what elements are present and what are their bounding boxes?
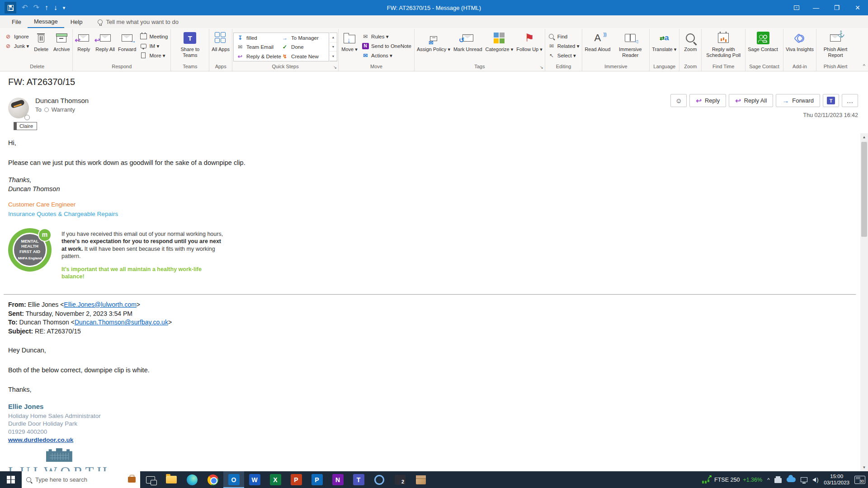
more-actions-button[interactable]: …: [842, 94, 858, 107]
network-icon[interactable]: [801, 477, 807, 482]
reply-action-button[interactable]: ↩Reply: [689, 94, 726, 107]
notification-center-button[interactable]: 30: [854, 476, 865, 484]
reactions-button[interactable]: ☺: [670, 94, 687, 107]
related-button[interactable]: ✉Related ▾: [546, 42, 581, 50]
taskbar-teams[interactable]: T: [348, 471, 369, 488]
undo-button[interactable]: ↶: [22, 4, 28, 11]
tab-help[interactable]: Help: [64, 15, 89, 28]
redo-button[interactable]: ↷: [33, 4, 39, 11]
taskbar-powerpoint[interactable]: P: [286, 471, 307, 488]
follow-up-button[interactable]: ⚑Follow Up ▾: [515, 30, 543, 53]
translate-button[interactable]: ⇄aTranslate ▾: [651, 30, 678, 53]
send-to-onenote-button[interactable]: NSend to OneNote: [360, 42, 413, 50]
actions-button[interactable]: ✉Actions ▾: [360, 52, 413, 59]
scrollbar-thumb[interactable]: [861, 142, 867, 237]
taskbar-publisher[interactable]: P: [307, 471, 327, 488]
taskbar-onenote[interactable]: N: [327, 471, 348, 488]
sender-name[interactable]: Duncan Thomson: [35, 97, 89, 104]
previous-item-button[interactable]: ↑: [45, 4, 48, 11]
immersive-reader-button[interactable]: Immersive Reader: [612, 30, 648, 59]
ignore-button[interactable]: ⊘Ignore: [3, 33, 31, 40]
ribbon-display-options-button[interactable]: ^: [788, 0, 806, 15]
taskbar-excel[interactable]: X: [265, 471, 286, 488]
taskbar-app-box[interactable]: [410, 471, 431, 488]
to-email-link[interactable]: Duncan.Thomson@surfbay.co.uk: [75, 319, 168, 326]
scroll-up-icon[interactable]: ▲: [860, 133, 868, 141]
select-button[interactable]: ↖Select ▾: [546, 52, 581, 59]
zoom-button[interactable]: Zoom: [680, 30, 700, 53]
clock[interactable]: 15:00 03/11/2023: [824, 474, 849, 486]
taskbar-app-blue[interactable]: [369, 471, 390, 488]
reply-all-action-button[interactable]: ↩Reply All: [729, 94, 773, 107]
recipient-name[interactable]: Warranty: [52, 106, 75, 113]
quick-step-create-new[interactable]: ↯Create New: [281, 53, 326, 60]
move-button[interactable]: ↓Move ▾: [340, 30, 359, 53]
category-tag[interactable]: Claire: [14, 122, 37, 130]
taskbar-word[interactable]: W: [244, 471, 265, 488]
more-respond-button[interactable]: More ▾: [138, 52, 170, 59]
taskbar-edge[interactable]: [182, 471, 203, 488]
share-to-teams-button[interactable]: TShare to Teams: [172, 30, 208, 59]
tray-expand-icon[interactable]: ^: [767, 477, 769, 483]
gallery-up-icon[interactable]: ▲: [330, 33, 337, 42]
all-apps-button[interactable]: All Apps: [210, 30, 231, 53]
scheduling-poll-button[interactable]: Reply with Scheduling Poll: [703, 30, 744, 59]
quick-step-team-email[interactable]: ✉Team Email: [236, 44, 281, 51]
forward-button[interactable]: →Forward: [117, 30, 137, 53]
tags-launcher[interactable]: ↘: [540, 65, 543, 70]
taskbar-file-explorer[interactable]: [161, 471, 182, 488]
reply-all-button[interactable]: ↩Reply All: [94, 30, 116, 53]
printer-icon[interactable]: [774, 478, 782, 483]
onedrive-icon[interactable]: [787, 477, 796, 482]
quick-steps-scroll[interactable]: ▲ ▼ ▼: [330, 33, 337, 61]
quick-step-reply-delete[interactable]: ↩Reply & Delete: [236, 53, 281, 60]
share-to-teams-action-button[interactable]: T: [823, 94, 839, 107]
junk-button[interactable]: ⊘Junk ▾: [3, 42, 31, 50]
taskbar-chrome[interactable]: [203, 471, 223, 488]
mark-unread-button[interactable]: ↺Mark Unread: [452, 30, 484, 53]
minimize-button[interactable]: —: [806, 0, 826, 15]
reply-button[interactable]: ↩Reply: [74, 30, 94, 53]
taskbar-search[interactable]: Type here to search: [22, 471, 140, 488]
quick-steps-launcher[interactable]: ↘: [334, 65, 337, 70]
signature-website-link[interactable]: www.durdledoor.co.uk: [8, 436, 73, 443]
im-button[interactable]: IM ▾: [138, 42, 170, 50]
rules-button[interactable]: ✉Rules ▾: [360, 33, 413, 40]
delete-button[interactable]: Delete: [31, 30, 51, 53]
quick-step-to-manager[interactable]: →To Manager: [281, 34, 326, 41]
read-aloud-button[interactable]: A)))Read Aloud: [583, 30, 612, 53]
quick-step-done[interactable]: ✓Done: [281, 44, 326, 51]
categorize-button[interactable]: Categorize ▾: [484, 30, 515, 53]
tab-file[interactable]: File: [5, 15, 28, 28]
meeting-button[interactable]: Meeting: [138, 33, 170, 40]
sage-contact-button[interactable]: Sage Contact: [746, 30, 779, 53]
quick-step-filled[interactable]: ↧filled: [236, 34, 281, 41]
vertical-scrollbar[interactable]: ▲ ▼: [860, 133, 868, 471]
stock-ticker[interactable]: FTSE 250 +1.36%: [702, 476, 762, 483]
close-button[interactable]: ×: [847, 0, 868, 15]
customize-qat-button[interactable]: ▾: [63, 5, 66, 10]
gallery-more-icon[interactable]: ▼: [330, 52, 337, 61]
task-view-button[interactable]: [140, 471, 161, 488]
find-button[interactable]: Find: [546, 33, 581, 40]
forward-action-button[interactable]: →Forward: [776, 94, 820, 107]
taskbar-app-window-2[interactable]: 2: [390, 471, 410, 488]
save-button[interactable]: [5, 2, 16, 14]
phish-alert-button[interactable]: ⚓Phish Alert Report: [817, 30, 854, 59]
restore-button[interactable]: ❐: [826, 0, 847, 15]
collapse-ribbon-button[interactable]: ^: [863, 63, 865, 69]
scroll-down-icon[interactable]: ▼: [860, 464, 868, 471]
viva-insights-button[interactable]: Viva Insights: [784, 30, 815, 53]
flag-icon: ⚑: [524, 32, 534, 44]
archive-button[interactable]: Archive: [52, 30, 71, 53]
tab-message[interactable]: Message: [28, 15, 64, 28]
tell-me-box[interactable]: Tell me what you want to do: [98, 19, 178, 25]
gallery-down-icon[interactable]: ▼: [330, 42, 337, 52]
taskbar-outlook[interactable]: O: [223, 471, 244, 488]
volume-icon[interactable]: [812, 478, 816, 482]
next-item-button[interactable]: ↓: [54, 4, 57, 11]
excel-icon: X: [270, 474, 281, 485]
from-email-link[interactable]: Ellie.Jones@lulworth.com: [64, 301, 137, 308]
start-button[interactable]: [0, 471, 22, 488]
assign-policy-button[interactable]: ✉Assign Policy ▾: [415, 30, 452, 53]
